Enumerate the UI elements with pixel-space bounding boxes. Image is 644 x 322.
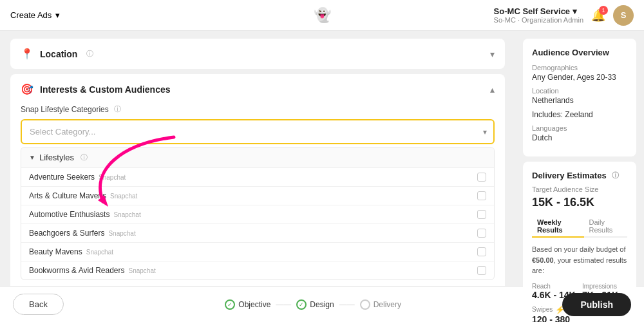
snapchat-icon: 👻: [314, 7, 331, 23]
results-tabs: Weekly Results Daily Results: [532, 216, 627, 238]
list-item: Beachgoers & Surfers Snapchat: [21, 224, 494, 243]
publish-button[interactable]: Publish: [562, 293, 631, 316]
step-objective-check: ✓: [225, 299, 235, 310]
languages-label: Languages: [532, 124, 627, 132]
lifestyle-source: Snapchat: [110, 193, 137, 200]
interests-title: Interests & Custom Audiences: [40, 84, 171, 95]
delivery-info-icon[interactable]: ⓘ: [612, 171, 619, 180]
create-ads-menu[interactable]: Create Ads ▾: [10, 10, 60, 20]
audience-size-value: 15K - 16.5K: [532, 196, 627, 209]
tab-weekly-results[interactable]: Weekly Results: [532, 216, 584, 238]
location-value: Netherlands: [532, 96, 627, 105]
snapchat-logo: 👻: [314, 7, 331, 24]
lifestyle-source: Snapchat: [129, 267, 156, 274]
lifestyle-source: Snapchat: [86, 249, 113, 256]
nav-right-area: So-MC Self Service ▾ So-MC · Organizatio…: [494, 5, 634, 26]
back-button[interactable]: Back: [13, 294, 64, 315]
lifestyle-source: Snapchat: [99, 174, 126, 181]
audience-overview-title: Audience Overview: [532, 48, 627, 57]
main-content: 📍 Location ⓘ ▾ 🎯 Interests & Custom Audi…: [0, 31, 644, 286]
step-delivery-label: Delivery: [374, 300, 401, 309]
lifestyles-title: Lifestyles: [39, 153, 74, 162]
lifestyle-name: Automotive Enthusiasts: [29, 210, 109, 219]
interests-section: 🎯 Interests & Custom Audiences ▴ Snap Li…: [10, 74, 505, 286]
hide-link[interactable]: Hid...: [21, 280, 39, 286]
interests-icon: 🎯: [21, 83, 33, 95]
lifestyles-info-icon[interactable]: ⓘ: [80, 153, 88, 162]
snap-lifestyle-info-icon[interactable]: ⓘ: [114, 104, 121, 114]
step-design-label: Design: [310, 300, 334, 309]
notification-badge: 1: [599, 6, 608, 15]
interests-header-left: 🎯 Interests & Custom Audiences: [21, 83, 171, 95]
snap-lifestyle-label: Snap Lifestyle Categories ⓘ: [21, 104, 495, 114]
list-item: Arts & Culture Mavens Snapchat: [21, 187, 494, 205]
audience-size-label: Target Audience Size: [532, 185, 627, 193]
list-item: Automotive Enthusiasts Snapchat: [21, 205, 494, 224]
step-delivery: Delivery: [360, 299, 401, 310]
lifestyle-checkbox[interactable]: [477, 229, 486, 238]
location-section: 📍 Location ⓘ ▾: [10, 39, 505, 69]
lifestyle-name: Arts & Culture Mavens: [29, 191, 106, 200]
account-sub: So-MC · Organization Admin: [494, 16, 583, 24]
location-title: Location: [40, 49, 77, 59]
interests-section-header[interactable]: 🎯 Interests & Custom Audiences ▴: [10, 74, 505, 104]
lifestyle-checkbox[interactable]: [477, 266, 486, 275]
chevron-down-icon: ▾: [55, 10, 60, 20]
lifestyles-header[interactable]: ▼ Lifestyles ⓘ: [21, 147, 494, 168]
right-sidebar: Audience Overview Demographics Any Gende…: [515, 31, 644, 286]
left-panel: 📍 Location ⓘ ▾ 🎯 Interests & Custom Audi…: [0, 31, 515, 286]
list-item: Beauty Mavens Snapchat: [21, 243, 494, 261]
location-section-header[interactable]: 📍 Location ⓘ ▾: [10, 39, 505, 69]
left-panel-area: 📍 Location ⓘ ▾ 🎯 Interests & Custom Audi…: [0, 31, 515, 286]
step-objective: ✓ Objective: [225, 299, 270, 310]
demographics-value: Any Gender, Ages 20-33: [532, 73, 627, 82]
avatar[interactable]: S: [613, 5, 634, 26]
step-design-check: ✓: [296, 299, 307, 310]
languages-value: Dutch: [532, 133, 627, 142]
demographics-label: Demographics: [532, 64, 627, 71]
lifestyle-source: Snapchat: [108, 230, 135, 237]
list-item: Bookworms & Avid Readers Snapchat: [21, 261, 494, 279]
lifestyle-name: Adventure Seekers: [29, 173, 95, 182]
interests-chevron-icon: ▴: [490, 84, 495, 95]
lifestyle-checkbox[interactable]: [477, 173, 486, 182]
step-objective-label: Objective: [238, 300, 270, 309]
lifestyle-name: Beachgoers & Surfers: [29, 229, 104, 238]
top-navigation: Create Ads ▾ 👻 So-MC Self Service ▾ So-M…: [0, 0, 644, 31]
reach-label: Reach: [532, 283, 577, 290]
category-dropdown[interactable]: Select Category...: [21, 119, 495, 144]
create-ads-label: Create Ads: [10, 10, 52, 20]
chevron-down-icon-account: ▾: [573, 6, 577, 16]
delivery-estimates-title: Delivery Estimates ⓘ: [532, 171, 627, 180]
location-icon: 📍: [21, 48, 33, 60]
location-header-left: 📍 Location ⓘ: [21, 48, 93, 60]
notification-bell-wrapper[interactable]: 🔔 1: [591, 8, 605, 23]
interests-body: Snap Lifestyle Categories ⓘ Select Categ…: [10, 104, 505, 286]
step-divider-1: ——: [276, 300, 291, 309]
lifestyle-checkbox[interactable]: [477, 210, 486, 219]
lifestyle-name: Bookworms & Avid Readers: [29, 266, 125, 275]
step-design: ✓ Design: [296, 299, 334, 310]
lifestyle-checkbox[interactable]: [477, 191, 486, 200]
lifestyle-checkbox[interactable]: [477, 247, 486, 256]
steps-row: ✓ Objective —— ✓ Design —— Delivery: [225, 299, 401, 310]
lifestyle-source: Snapchat: [113, 211, 140, 218]
account-info: So-MC Self Service ▾ So-MC · Organizatio…: [494, 6, 583, 24]
location-sub-value: Includes: Zeeland: [532, 110, 627, 119]
impressions-label: Impressions: [582, 283, 627, 290]
delivery-description: Based on your daily budget of €50.00, yo…: [532, 244, 627, 276]
lifestyle-name: Beauty Mavens: [29, 247, 82, 256]
location-info-icon[interactable]: ⓘ: [86, 49, 93, 59]
category-dropdown-wrapper: Select Category... ▾: [21, 119, 495, 144]
location-chevron-icon: ▾: [490, 49, 495, 59]
audience-overview-card: Audience Overview Demographics Any Gende…: [523, 39, 636, 156]
lifestyles-container: ▼ Lifestyles ⓘ Adventure Seekers Snapcha…: [21, 147, 495, 280]
list-item: Adventure Seekers Snapchat: [21, 168, 494, 187]
step-delivery-check: [360, 299, 370, 310]
step-divider-2: ——: [339, 300, 355, 309]
collapse-icon: ▼: [29, 154, 35, 161]
account-name: So-MC Self Service ▾: [494, 6, 583, 16]
location-label: Location: [532, 87, 627, 95]
tab-daily-results[interactable]: Daily Results: [584, 216, 627, 236]
